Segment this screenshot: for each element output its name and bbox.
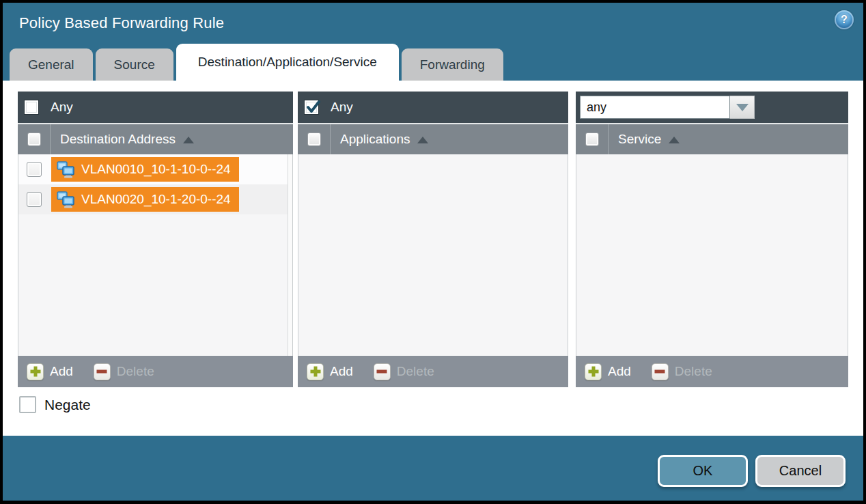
destination-list: VLAN0010_10-1-10-0--24 <box>18 154 293 356</box>
applications-list <box>298 154 568 356</box>
dialog-window: Policy Based Forwarding Rule ? General S… <box>3 3 863 501</box>
applications-panel: Any Applications Add Delete <box>298 92 568 387</box>
scrollbar[interactable] <box>288 154 292 356</box>
service-column-label[interactable]: Service <box>618 132 661 147</box>
table-row: VLAN0020_10-1-20-0--24 <box>18 184 292 214</box>
destination-any-label: Any <box>51 100 73 115</box>
destination-address-panel: Any Destination Address <box>18 92 293 387</box>
table-row: VLAN0010_10-1-10-0--24 <box>18 154 292 184</box>
negate-checkbox[interactable] <box>19 396 36 413</box>
policy-forwarding-dialog: Policy Based Forwarding Rule ? General S… <box>0 0 866 504</box>
minus-icon <box>374 363 391 380</box>
row-checkbox[interactable] <box>27 162 42 177</box>
destination-selectall-checkbox[interactable] <box>27 132 41 146</box>
destination-column-label[interactable]: Destination Address <box>60 132 176 147</box>
delete-button[interactable]: Delete <box>374 363 434 380</box>
tab-bar: General Source Destination/Application/S… <box>10 44 506 81</box>
destination-any-bar: Any <box>18 92 293 123</box>
service-dropdown-bar <box>576 92 848 123</box>
add-button[interactable]: Add <box>27 363 73 380</box>
applications-any-label: Any <box>331 100 353 115</box>
address-object-icon <box>57 191 75 208</box>
sort-asc-icon <box>183 137 194 143</box>
applications-column-label[interactable]: Applications <box>340 132 410 147</box>
tab-source[interactable]: Source <box>96 48 173 81</box>
service-dropdown-input[interactable] <box>580 96 730 119</box>
destination-any-checkbox[interactable] <box>24 100 39 115</box>
applications-selectall-checkbox[interactable] <box>307 132 321 146</box>
applications-any-checkbox[interactable] <box>304 100 319 115</box>
tab-forwarding[interactable]: Forwarding <box>402 48 503 81</box>
service-dropdown <box>580 96 755 119</box>
cancel-button[interactable]: Cancel <box>755 455 846 487</box>
service-selectall-checkbox[interactable] <box>585 132 599 146</box>
row-checkbox[interactable] <box>27 192 42 207</box>
service-column-header: Service <box>576 123 848 154</box>
delete-button[interactable]: Delete <box>652 363 712 380</box>
minus-icon <box>94 363 111 380</box>
ok-button[interactable]: OK <box>658 455 748 487</box>
plus-icon <box>585 363 602 380</box>
applications-column-header: Applications <box>298 123 568 154</box>
destination-actions-bar: Add Delete <box>18 356 293 387</box>
service-list <box>576 154 848 356</box>
address-object-icon <box>57 161 75 178</box>
list-item[interactable]: VLAN0010_10-1-10-0--24 <box>51 157 239 182</box>
tab-general[interactable]: General <box>10 48 93 81</box>
service-panel: Service Add Delete <box>576 92 848 387</box>
applications-actions-bar: Add Delete <box>298 356 568 387</box>
tab-content: Any Destination Address <box>3 81 863 436</box>
dropdown-button[interactable] <box>730 96 755 119</box>
delete-button[interactable]: Delete <box>94 363 154 380</box>
address-label: VLAN0010_10-1-10-0--24 <box>81 162 231 177</box>
applications-any-bar: Any <box>298 92 568 123</box>
sort-asc-icon <box>417 137 428 143</box>
plus-icon <box>27 363 44 380</box>
check-mark-icon <box>305 99 322 115</box>
address-label: VLAN0020_10-1-20-0--24 <box>81 192 231 207</box>
minus-icon <box>652 363 669 380</box>
help-icon[interactable]: ? <box>835 10 854 29</box>
chevron-down-icon <box>736 104 749 111</box>
dialog-title: Policy Based Forwarding Rule <box>19 14 224 32</box>
sort-asc-icon <box>669 137 680 143</box>
tab-destination-application-service[interactable]: Destination/Application/Service <box>176 44 399 81</box>
negate-option: Negate <box>19 396 91 413</box>
add-button[interactable]: Add <box>585 363 631 380</box>
add-button[interactable]: Add <box>307 363 353 380</box>
destination-column-header: Destination Address <box>18 123 293 154</box>
plus-icon <box>307 363 324 380</box>
negate-label: Negate <box>44 397 91 413</box>
list-item[interactable]: VLAN0020_10-1-20-0--24 <box>51 187 239 212</box>
service-actions-bar: Add Delete <box>576 356 848 387</box>
